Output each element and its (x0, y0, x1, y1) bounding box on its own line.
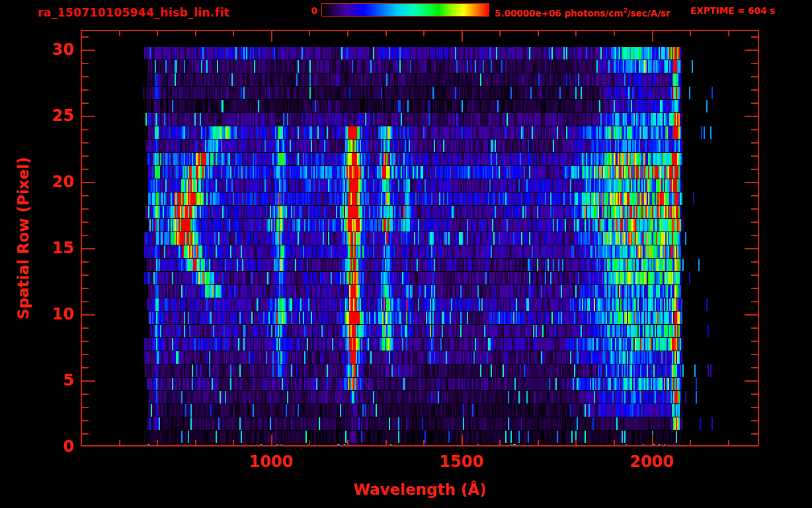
colorbar-min-label: 0 (283, 4, 317, 17)
y-tick (82, 354, 89, 355)
y-tick (82, 142, 89, 144)
filename-title: ra_150710105944_hisb_lin.fit (38, 6, 229, 19)
x-tick (157, 31, 158, 36)
x-tick (575, 31, 577, 36)
x-tick (423, 31, 425, 36)
y-tick (82, 420, 89, 421)
x-tick (690, 440, 691, 445)
x-tick (728, 31, 729, 36)
y-tick (751, 76, 758, 77)
y-tick-label: 10 (19, 305, 74, 323)
x-tick (462, 31, 463, 42)
y-tick (751, 155, 758, 157)
x-tick (423, 440, 425, 445)
y-tick (82, 182, 95, 183)
y-tick-label: 20 (19, 173, 74, 191)
colorbar-max-value: 5.00000e+06 photons/cm (495, 8, 623, 19)
y-tick (751, 208, 758, 210)
y-tick-label: 30 (19, 40, 74, 59)
x-tick (614, 31, 615, 36)
y-tick (751, 103, 758, 104)
x-tick (690, 31, 691, 36)
colorbar-max-label: 5.00000e+06 photons/cm2/sec/A/sr (495, 4, 670, 17)
x-tick (499, 440, 501, 445)
y-tick (751, 354, 758, 355)
y-tick (82, 129, 89, 130)
y-tick (82, 89, 89, 91)
y-tick (745, 314, 758, 316)
y-tick (751, 129, 758, 130)
x-tick (195, 440, 196, 445)
y-tick (751, 195, 758, 196)
y-tick (751, 142, 758, 144)
y-tick (82, 103, 89, 104)
x-tick (119, 31, 120, 36)
y-tick (751, 407, 758, 408)
x-tick (309, 31, 310, 36)
x-tick (347, 31, 348, 36)
x-tick (233, 440, 234, 445)
y-tick (745, 50, 758, 51)
x-tick (386, 31, 387, 36)
x-tick (614, 440, 615, 445)
x-axis-title: Wavelength (Å) (81, 481, 759, 498)
y-tick (751, 169, 758, 170)
y-tick (82, 36, 89, 38)
y-tick (82, 169, 89, 170)
exptime-label: EXPTIME = 604 s (690, 4, 775, 17)
x-tick (538, 440, 539, 445)
y-tick (751, 341, 758, 342)
y-tick (82, 235, 89, 236)
y-tick (82, 76, 89, 77)
x-tick (499, 31, 501, 36)
y-tick (82, 380, 95, 382)
y-tick (82, 195, 89, 196)
y-tick (82, 50, 95, 51)
y-tick (82, 261, 89, 263)
y-tick (751, 394, 758, 395)
y-tick (82, 116, 95, 117)
y-tick (82, 407, 89, 408)
y-tick (82, 341, 89, 342)
y-tick (82, 222, 89, 223)
x-tick (195, 31, 196, 36)
x-tick (309, 440, 310, 445)
y-tick (745, 380, 758, 382)
y-tick (82, 301, 89, 302)
y-tick (82, 63, 89, 64)
y-tick (751, 301, 758, 302)
y-tick (745, 182, 758, 183)
plot-frame (81, 30, 759, 446)
y-tick (751, 261, 758, 263)
y-tick (751, 36, 758, 38)
x-tick-label: 1000 (231, 452, 311, 471)
y-tick (82, 327, 89, 329)
colorbar-unit-suffix: /sec/A/sr (628, 8, 670, 19)
x-tick (233, 31, 234, 36)
y-tick (751, 288, 758, 289)
colorbar-gradient (321, 3, 489, 17)
x-tick (538, 31, 539, 36)
x-tick (575, 440, 577, 445)
y-tick (82, 155, 89, 157)
x-tick (271, 435, 272, 445)
x-tick-label: 1500 (422, 452, 501, 471)
y-tick (751, 235, 758, 236)
x-tick (347, 440, 348, 445)
y-tick-label: 0 (19, 437, 74, 456)
y-tick (751, 367, 758, 368)
x-tick (119, 440, 120, 445)
x-tick (271, 31, 272, 42)
y-tick (751, 433, 758, 435)
x-tick (386, 440, 387, 445)
y-tick (745, 248, 758, 249)
y-tick (82, 314, 95, 316)
y-tick (751, 222, 758, 223)
x-tick (157, 440, 158, 445)
y-tick (751, 420, 758, 421)
y-tick (751, 275, 758, 276)
y-tick (82, 248, 95, 249)
y-tick (751, 89, 758, 91)
y-tick (82, 208, 89, 210)
x-tick (462, 435, 463, 445)
